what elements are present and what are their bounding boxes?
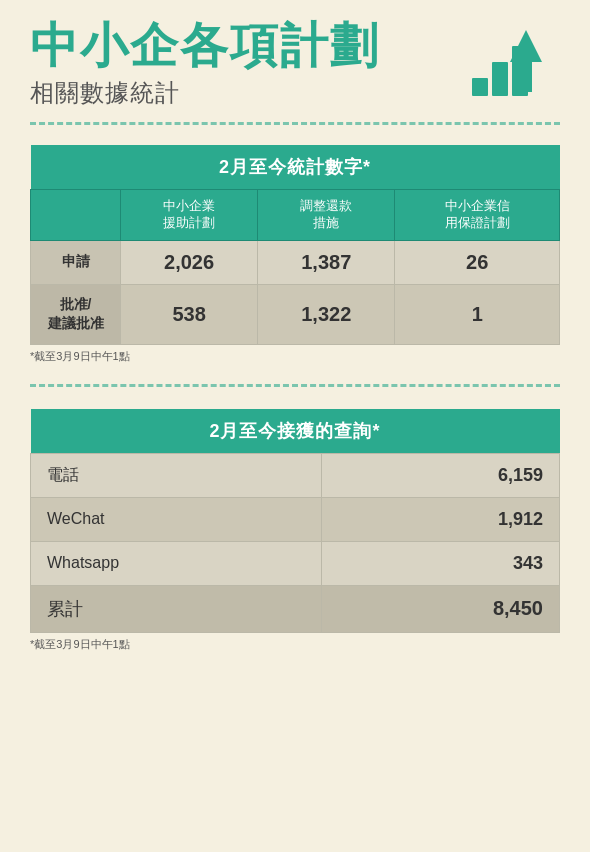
- inquiry-value-total: 8,450: [321, 585, 559, 632]
- table1-section: 2月至今統計數字* 中小企業援助計劃 調整還款措施 中小企業信用保證計劃 申請 …: [30, 145, 560, 364]
- row2-val2: 1,322: [258, 284, 395, 344]
- inquiry-label-phone: 電話: [31, 453, 322, 497]
- header-section: 中小企各項計劃 相關數據統計: [30, 20, 560, 110]
- table2-section: 2月至今接獲的查詢* 電話 6,159 WeChat 1,912 Whatsap…: [30, 409, 560, 652]
- main-title: 中小企各項計劃: [30, 20, 470, 73]
- table-row: WeChat 1,912: [31, 497, 560, 541]
- table-row: 申請 2,026 1,387 26: [31, 240, 560, 284]
- row1-label: 申請: [31, 240, 121, 284]
- table-row: Whatsapp 343: [31, 541, 560, 585]
- row1-val3: 26: [395, 240, 560, 284]
- page-wrapper: 中小企各項計劃 相關數據統計 2月至今統計數字*: [0, 0, 590, 852]
- col-header-1: 中小企業援助計劃: [121, 190, 258, 241]
- row2-label: 批准/建議批准: [31, 284, 121, 344]
- mid-divider: [30, 384, 560, 387]
- table2-footnote: *截至3月9日中午1點: [30, 637, 560, 652]
- row1-val1: 2,026: [121, 240, 258, 284]
- table2-header-row: 2月至今接獲的查詢*: [31, 409, 560, 454]
- table-row: 批准/建議批准 538 1,322 1: [31, 284, 560, 344]
- svg-rect-1: [492, 62, 508, 96]
- table-row: 電話 6,159: [31, 453, 560, 497]
- stats-table: 2月至今統計數字* 中小企業援助計劃 調整還款措施 中小企業信用保證計劃 申請 …: [30, 145, 560, 345]
- inquiry-value-wechat: 1,912: [321, 497, 559, 541]
- inquiry-table: 2月至今接獲的查詢* 電話 6,159 WeChat 1,912 Whatsap…: [30, 409, 560, 633]
- col-header-2: 調整還款措施: [258, 190, 395, 241]
- table-row-total: 累計 8,450: [31, 585, 560, 632]
- row1-val2: 1,387: [258, 240, 395, 284]
- inquiry-label-whatsapp: Whatsapp: [31, 541, 322, 585]
- inquiry-value-whatsapp: 343: [321, 541, 559, 585]
- bar-chart-arrow-icon: [470, 20, 560, 100]
- inquiry-value-phone: 6,159: [321, 453, 559, 497]
- row2-val1: 538: [121, 284, 258, 344]
- svg-rect-0: [472, 78, 488, 96]
- table1-header-row: 2月至今統計數字*: [31, 145, 560, 190]
- col-header-3: 中小企業信用保證計劃: [395, 190, 560, 241]
- sub-title: 相關數據統計: [30, 77, 470, 109]
- header-icon: [470, 20, 560, 110]
- header-titles: 中小企各項計劃 相關數據統計: [30, 20, 470, 109]
- table1-col-header-row: 中小企業援助計劃 調整還款措施 中小企業信用保證計劃: [31, 190, 560, 241]
- row2-val3: 1: [395, 284, 560, 344]
- inquiry-label-total: 累計: [31, 585, 322, 632]
- inquiry-label-wechat: WeChat: [31, 497, 322, 541]
- table1-footnote: *截至3月9日中午1點: [30, 349, 560, 364]
- col-header-0: [31, 190, 121, 241]
- header-divider: [30, 122, 560, 125]
- table1-title: 2月至今統計數字*: [31, 145, 560, 190]
- table2-title: 2月至今接獲的查詢*: [31, 409, 560, 454]
